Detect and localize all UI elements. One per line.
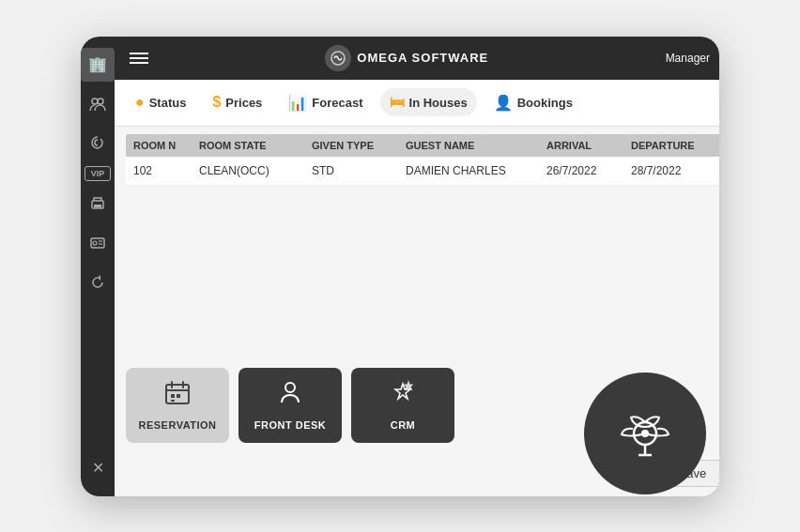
- cell-room-state: CLEAN(OCC): [199, 164, 312, 177]
- tab-prices[interactable]: $ Prices: [203, 88, 271, 116]
- prices-icon: $: [212, 94, 221, 111]
- tab-bookings[interactable]: 👤 Bookings: [485, 88, 582, 117]
- tab-status[interactable]: ● Status: [126, 88, 195, 116]
- tab-forecast[interactable]: 📊 Forecast: [279, 88, 372, 117]
- crm-label: CRM: [391, 419, 416, 431]
- col-given-type: GIVEN TYPE: [312, 140, 406, 151]
- svg-point-3: [98, 99, 103, 104]
- col-room-state: ROOM STATE: [199, 140, 312, 151]
- sidebar-icon-fingerprint[interactable]: [81, 127, 115, 160]
- svg-point-13: [285, 383, 295, 392]
- nav-tabs: ● Status $ Prices 📊 Forecast 🛏 In Houses…: [115, 80, 719, 127]
- cell-given-type: STD: [312, 164, 406, 177]
- frontdesk-label: FRONT DESK: [254, 419, 327, 431]
- svg-marker-15: [405, 382, 412, 389]
- cell-departure: 28/7/2022: [631, 164, 719, 177]
- cell-arrival: 26/7/2022: [546, 164, 631, 177]
- logo-text: OMEGA SOFTWARE: [357, 51, 488, 65]
- sidebar-icon-card[interactable]: [81, 226, 115, 260]
- crm-icon: [390, 380, 416, 412]
- table-header: ROOM N ROOM STATE GIVEN TYPE GUEST NAME …: [126, 134, 719, 157]
- table-row[interactable]: 102 CLEAN(OCC) STD DAMIEN CHARLES 26/7/2…: [126, 157, 719, 186]
- sidebar-icon-building[interactable]: 🏢: [81, 48, 115, 82]
- inhouses-icon: 🛏: [390, 94, 405, 111]
- frontdesk-icon: [277, 380, 303, 412]
- cell-room-n: 102: [133, 164, 199, 177]
- sidebar-icon-users[interactable]: [81, 87, 115, 121]
- svg-rect-5: [94, 205, 101, 207]
- col-guest-name: GUEST NAME: [406, 140, 546, 151]
- sidebar-icon-close[interactable]: ✕: [81, 451, 115, 485]
- topbar-right: Manager 🔔 💬 ℹ️: [666, 49, 719, 67]
- sidebar: 🏢 VIP: [81, 37, 115, 496]
- menu-icon[interactable]: [130, 53, 148, 64]
- tab-status-label: Status: [149, 96, 187, 110]
- topbar-logo: OMEGA SOFTWARE: [325, 45, 488, 71]
- tab-inhouses-label: In Houses: [409, 96, 468, 110]
- bookings-icon: 👤: [494, 94, 513, 112]
- table-section: ROOM N ROOM STATE GIVEN TYPE GUEST NAME …: [115, 127, 719, 358]
- deco-circle: [584, 372, 706, 494]
- frontdesk-button[interactable]: FRONT DESK: [238, 368, 342, 443]
- svg-rect-11: [177, 394, 180, 398]
- logo-icon: [325, 45, 351, 71]
- col-room-n: ROOM N: [133, 140, 199, 151]
- tab-forecast-label: Forecast: [312, 96, 362, 110]
- svg-rect-10: [171, 394, 175, 398]
- svg-point-7: [93, 241, 97, 245]
- topbar: OMEGA SOFTWARE Manager 🔔 💬 ℹ️: [115, 37, 719, 80]
- sidebar-icon-print[interactable]: [81, 187, 115, 220]
- svg-rect-12: [171, 400, 175, 402]
- forecast-icon: 📊: [288, 94, 307, 112]
- svg-point-1: [641, 430, 649, 437]
- reservation-button[interactable]: RESERVATION: [126, 368, 229, 443]
- tab-bookings-label: Bookings: [517, 96, 573, 110]
- col-departure: DEPARTURE: [631, 140, 719, 151]
- status-icon: ●: [135, 94, 145, 111]
- sidebar-icon-vip[interactable]: VIP: [85, 166, 111, 181]
- reservation-icon: [164, 380, 191, 412]
- tab-prices-label: Prices: [225, 96, 262, 110]
- svg-point-2: [92, 99, 98, 104]
- tab-inhouses[interactable]: 🛏 In Houses: [380, 88, 477, 116]
- crm-button[interactable]: CRM: [351, 368, 454, 443]
- manager-label: Manager: [666, 52, 710, 65]
- reservation-label: RESERVATION: [138, 419, 216, 431]
- col-arrival: ARRIVAL: [546, 140, 631, 151]
- cell-guest-name: DAMIEN CHARLES: [406, 164, 546, 177]
- sidebar-icon-refresh[interactable]: [81, 266, 115, 299]
